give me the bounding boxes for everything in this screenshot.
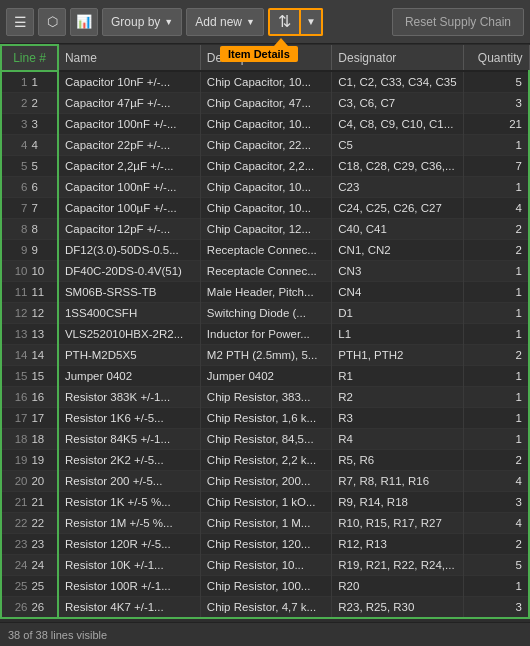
col-header-quantity: Quantity xyxy=(463,45,529,71)
cell-name: Capacitor 100nF +/-... xyxy=(58,114,200,135)
cell-quantity: 2 xyxy=(463,345,529,366)
cell-name: Capacitor 47µF +/-... xyxy=(58,93,200,114)
tooltip-label: Item Details xyxy=(220,46,298,62)
cell-description: Receptacle Connec... xyxy=(200,240,331,261)
cell-designator: R5, R6 xyxy=(332,450,463,471)
cell-quantity: 1 xyxy=(463,576,529,597)
table-row[interactable]: 1818Resistor 84K5 +/-1...Chip Resistor, … xyxy=(1,429,529,450)
cell-designator: R2 xyxy=(332,387,463,408)
cell-name: DF12(3.0)-50DS-0.5... xyxy=(58,240,200,261)
table-row[interactable]: 2525Resistor 100R +/-1...Chip Resistor, … xyxy=(1,576,529,597)
table-row[interactable]: 2424Resistor 10K +/-1...Chip Resistor, 1… xyxy=(1,555,529,576)
cell-name: Resistor 84K5 +/-1... xyxy=(58,429,200,450)
table-row[interactable]: 1919Resistor 2K2 +/-5...Chip Resistor, 2… xyxy=(1,450,529,471)
table-row[interactable]: 1717Resistor 1K6 +/-5...Chip Resistor, 1… xyxy=(1,408,529,429)
cell-designator: R10, R15, R17, R27 xyxy=(332,513,463,534)
cell-designator: CN4 xyxy=(332,282,463,303)
cell-description: Chip Capacitor, 22... xyxy=(200,135,331,156)
reset-supply-chain-button[interactable]: Reset Supply Chain xyxy=(392,8,524,36)
cell-designator: C5 xyxy=(332,135,463,156)
cell-designator: R1 xyxy=(332,366,463,387)
cell-designator: CN1, CN2 xyxy=(332,240,463,261)
cell-quantity: 2 xyxy=(463,219,529,240)
cell-description: Chip Capacitor, 10... xyxy=(200,114,331,135)
cell-line: 2626 xyxy=(1,597,58,619)
table-row[interactable]: 2222Resistor 1M +/-5 %...Chip Resistor, … xyxy=(1,513,529,534)
cell-description: Chip Resistor, 1,6 k... xyxy=(200,408,331,429)
table-row[interactable]: 22Capacitor 47µF +/-...Chip Capacitor, 4… xyxy=(1,93,529,114)
cell-line: 1515 xyxy=(1,366,58,387)
table-row[interactable]: 11Capacitor 10nF +/-...Chip Capacitor, 1… xyxy=(1,71,529,93)
sort-split-button: ⇅ ▼ xyxy=(268,8,323,36)
cell-description: Chip Capacitor, 2,2... xyxy=(200,156,331,177)
cell-description: Chip Resistor, 200... xyxy=(200,471,331,492)
table-row[interactable]: 1111SM06B-SRSS-TBMale Header, Pitch...CN… xyxy=(1,282,529,303)
hamburger-button[interactable]: ☰ xyxy=(6,8,34,36)
board-view-button[interactable]: ⬡ xyxy=(38,8,66,36)
cell-line: 55 xyxy=(1,156,58,177)
table-row[interactable]: 99DF12(3.0)-50DS-0.5...Receptacle Connec… xyxy=(1,240,529,261)
cell-line: 2424 xyxy=(1,555,58,576)
table-row[interactable]: 2323Resistor 120R +/-5...Chip Resistor, … xyxy=(1,534,529,555)
table-row[interactable]: 1414PTH-M2D5X5M2 PTH (2.5mm), 5...PTH1, … xyxy=(1,345,529,366)
cell-line: 1616 xyxy=(1,387,58,408)
cell-description: Inductor for Power... xyxy=(200,324,331,345)
table-row[interactable]: 55Capacitor 2,2µF +/-...Chip Capacitor, … xyxy=(1,156,529,177)
cell-name: Resistor 200 +/-5... xyxy=(58,471,200,492)
cell-quantity: 1 xyxy=(463,387,529,408)
table-row[interactable]: 2020Resistor 200 +/-5...Chip Resistor, 2… xyxy=(1,471,529,492)
table-row[interactable]: 1515Jumper 0402Jumper 0402R11 xyxy=(1,366,529,387)
groupby-button[interactable]: Group by ▼ xyxy=(102,8,182,36)
cell-quantity: 1 xyxy=(463,324,529,345)
col-header-name: Name xyxy=(58,45,200,71)
table-row[interactable]: 33Capacitor 100nF +/-...Chip Capacitor, … xyxy=(1,114,529,135)
cell-designator: C3, C6, C7 xyxy=(332,93,463,114)
table-row[interactable]: 88Capacitor 12pF +/-...Chip Capacitor, 1… xyxy=(1,219,529,240)
cell-name: DF40C-20DS-0.4V(51) xyxy=(58,261,200,282)
cell-name: 1SS400CSFH xyxy=(58,303,200,324)
cell-line: 22 xyxy=(1,93,58,114)
table-row[interactable]: 12121SS400CSFHSwitching Diode (...D11 xyxy=(1,303,529,324)
cell-line: 1717 xyxy=(1,408,58,429)
cell-name: Capacitor 100µF +/-... xyxy=(58,198,200,219)
cell-name: Resistor 1K +/-5 %... xyxy=(58,492,200,513)
cell-designator: C23 xyxy=(332,177,463,198)
cell-name: Capacitor 2,2µF +/-... xyxy=(58,156,200,177)
chart-view-button[interactable]: 📊 xyxy=(70,8,98,36)
cell-description: Chip Capacitor, 47... xyxy=(200,93,331,114)
addnew-chevron-icon: ▼ xyxy=(246,17,255,27)
addnew-button[interactable]: Add new ▼ xyxy=(186,8,264,36)
cell-quantity: 1 xyxy=(463,429,529,450)
cell-line: 1818 xyxy=(1,429,58,450)
col-header-line: Line # xyxy=(1,45,58,71)
table-row[interactable]: 44Capacitor 22pF +/-...Chip Capacitor, 2… xyxy=(1,135,529,156)
cell-quantity: 2 xyxy=(463,240,529,261)
table-row[interactable]: 77Capacitor 100µF +/-...Chip Capacitor, … xyxy=(1,198,529,219)
cell-line: 2121 xyxy=(1,492,58,513)
table-row[interactable]: 1010DF40C-20DS-0.4V(51)Receptacle Connec… xyxy=(1,261,529,282)
table-row[interactable]: 1313VLS252010HBX-2R2...Inductor for Powe… xyxy=(1,324,529,345)
cell-designator: R7, R8, R11, R16 xyxy=(332,471,463,492)
cell-quantity: 3 xyxy=(463,492,529,513)
cell-quantity: 2 xyxy=(463,450,529,471)
status-text: 38 of 38 lines visible xyxy=(8,629,107,641)
sort-arrow-button[interactable]: ▼ xyxy=(301,8,323,36)
sort-icon: ⇅ xyxy=(278,12,291,31)
cell-designator: R19, R21, R22, R24,... xyxy=(332,555,463,576)
table-row[interactable]: 2121Resistor 1K +/-5 %...Chip Resistor, … xyxy=(1,492,529,513)
cell-line: 1010 xyxy=(1,261,58,282)
cell-quantity: 1 xyxy=(463,261,529,282)
cell-line: 11 xyxy=(1,71,58,93)
cell-line: 33 xyxy=(1,114,58,135)
table-row[interactable]: 2626Resistor 4K7 +/-1...Chip Resistor, 4… xyxy=(1,597,529,619)
cell-description: M2 PTH (2.5mm), 5... xyxy=(200,345,331,366)
cell-description: Jumper 0402 xyxy=(200,366,331,387)
sort-main-button[interactable]: ⇅ xyxy=(268,8,301,36)
table-row[interactable]: 66Capacitor 100nF +/-...Chip Capacitor, … xyxy=(1,177,529,198)
cell-quantity: 1 xyxy=(463,366,529,387)
cell-designator: C24, C25, C26, C27 xyxy=(332,198,463,219)
cell-quantity: 4 xyxy=(463,198,529,219)
table-row[interactable]: 1616Resistor 383K +/-1...Chip Resistor, … xyxy=(1,387,529,408)
cell-quantity: 4 xyxy=(463,471,529,492)
cell-designator: CN3 xyxy=(332,261,463,282)
